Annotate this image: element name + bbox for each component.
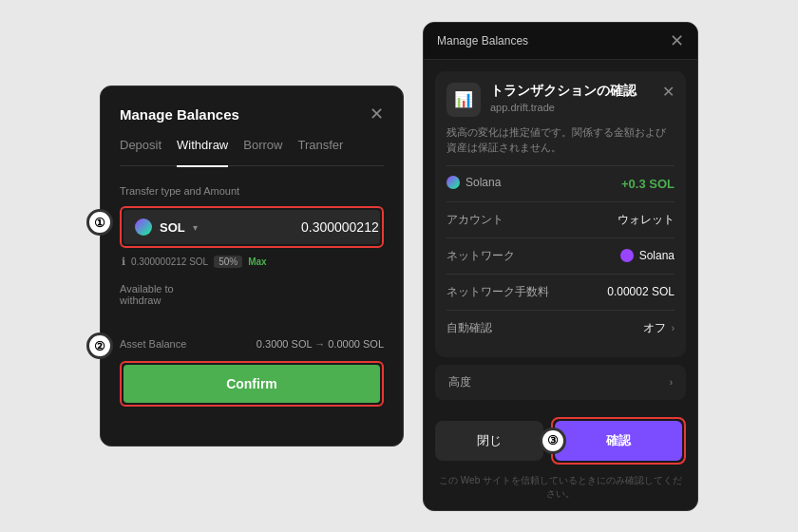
percent-badge: 50% bbox=[214, 256, 242, 268]
asset-balance-row: Asset Balance 0.3000 SOL → 0.0000 SOL bbox=[120, 338, 384, 350]
chevron-right-icon: › bbox=[672, 323, 674, 333]
max-badge[interactable]: Max bbox=[248, 256, 266, 267]
tx-card-header: 📊 トランザクションの確認 app.drift.trade ✕ bbox=[446, 83, 674, 117]
tab-deposit[interactable]: Deposit bbox=[120, 138, 162, 156]
right-panel-title: Manage Balances bbox=[437, 34, 528, 48]
advanced-chevron-icon: › bbox=[670, 377, 673, 388]
confirm-action-wrapper: ③ 確認 bbox=[551, 417, 686, 465]
confirm-button[interactable]: Confirm bbox=[124, 365, 380, 403]
tab-borrow[interactable]: Borrow bbox=[243, 138, 282, 156]
tx-title: トランザクションの確認 bbox=[490, 83, 653, 100]
right-panel: Manage Balances ✕ 📊 トランザクションの確認 app.drif… bbox=[423, 22, 698, 511]
token-amount: +0.3 SOL bbox=[621, 177, 674, 191]
tab-withdraw[interactable]: Withdraw bbox=[177, 138, 228, 167]
step-1-circle: ① bbox=[86, 209, 113, 236]
arrow-icon: → bbox=[314, 338, 328, 350]
asset-balance-value: 0.3000 SOL → 0.0000 SOL bbox=[256, 338, 384, 350]
auto-confirm-value[interactable]: オフ › bbox=[643, 320, 674, 336]
auto-confirm-row: 自動確認 オフ › bbox=[446, 310, 674, 346]
disclaimer: この Web サイトを信頼しているときにのみ確認してください。 bbox=[424, 470, 697, 510]
auto-confirm-label: 自動確認 bbox=[446, 320, 492, 336]
confirm-action-button[interactable]: 確認 bbox=[555, 421, 682, 461]
tab-transfer[interactable]: Transfer bbox=[297, 138, 343, 156]
left-panel: Manage Balances ✕ Deposit Withdraw Borro… bbox=[100, 86, 404, 446]
panel-header: Manage Balances ✕ bbox=[120, 105, 384, 123]
fee-value: 0.00002 SOL bbox=[607, 285, 674, 298]
tx-card-info: トランザクションの確認 app.drift.trade bbox=[490, 83, 653, 113]
network-row: ネットワーク Solana bbox=[446, 238, 674, 274]
amount-input[interactable] bbox=[213, 219, 379, 235]
fee-row: ネットワーク手数料 0.00002 SOL bbox=[446, 274, 674, 310]
tx-card-close[interactable]: ✕ bbox=[662, 83, 674, 101]
advanced-section[interactable]: 高度 › bbox=[435, 365, 686, 400]
right-close-button[interactable]: ✕ bbox=[670, 32, 684, 49]
sol-icon bbox=[135, 218, 152, 236]
solana-network-icon bbox=[620, 249, 634, 262]
available-info-row: ℹ 0.300000212 SOL 50% Max bbox=[120, 256, 384, 268]
fee-label: ネットワーク手数料 bbox=[446, 284, 549, 300]
right-panel-header: Manage Balances ✕ bbox=[424, 23, 697, 60]
available-label: Available towithdraw bbox=[120, 283, 384, 306]
tx-domain: app.drift.trade bbox=[490, 102, 653, 113]
asset-balance-label: Asset Balance bbox=[120, 338, 186, 350]
network-label: ネットワーク bbox=[446, 248, 515, 264]
tx-description: 残高の変化は推定値です。関係する金額および資産は保証されません。 bbox=[446, 124, 674, 156]
close-action-button[interactable]: 閉じ bbox=[435, 421, 543, 461]
solana-mini-icon bbox=[446, 176, 460, 189]
tab-bar: Deposit Withdraw Borrow Transfer bbox=[120, 138, 384, 166]
close-button[interactable]: ✕ bbox=[370, 105, 384, 123]
right-panel-container: Manage Balances ✕ 📊 トランザクションの確認 app.drif… bbox=[423, 22, 698, 511]
available-sol-amount: 0.300000212 SOL bbox=[131, 256, 208, 267]
confirm-button-wrapper: Confirm bbox=[120, 361, 384, 407]
token-row: Solana +0.3 SOL bbox=[446, 165, 674, 201]
advanced-label: 高度 bbox=[448, 374, 471, 390]
step-2-circle: ② bbox=[86, 332, 113, 359]
account-value: ウォレット bbox=[618, 212, 674, 228]
account-label: アカウント bbox=[446, 212, 504, 228]
sol-input-wrapper: SOL ▾ bbox=[120, 206, 384, 248]
app-icon: 📊 bbox=[446, 83, 481, 117]
account-row: アカウント ウォレット bbox=[446, 201, 674, 238]
section-label: Transfer type and Amount bbox=[120, 185, 384, 197]
chevron-down-icon[interactable]: ▾ bbox=[193, 222, 198, 233]
sol-input-group: SOL ▾ bbox=[124, 210, 380, 244]
network-value: Solana bbox=[620, 249, 674, 262]
transaction-card: 📊 トランザクションの確認 app.drift.trade ✕ 残高の変化は推定… bbox=[435, 71, 686, 357]
token-row-label: Solana bbox=[446, 176, 501, 192]
panel-title: Manage Balances bbox=[120, 106, 239, 123]
bottom-actions: 閉じ ③ 確認 bbox=[424, 408, 697, 470]
sol-symbol: SOL bbox=[160, 220, 185, 235]
step-3-circle: ③ bbox=[540, 428, 566, 454]
